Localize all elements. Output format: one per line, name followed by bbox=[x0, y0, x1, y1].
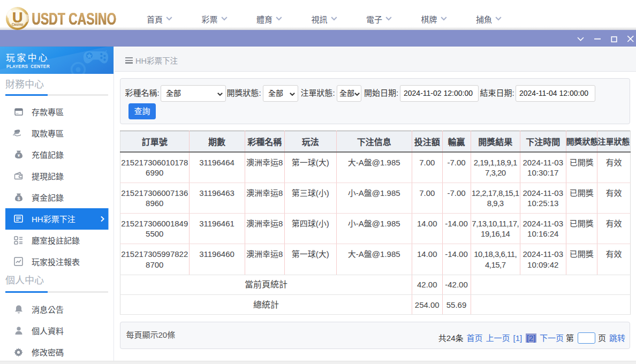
svg-text:$: $ bbox=[17, 196, 20, 201]
svg-text:¥: ¥ bbox=[17, 153, 20, 158]
